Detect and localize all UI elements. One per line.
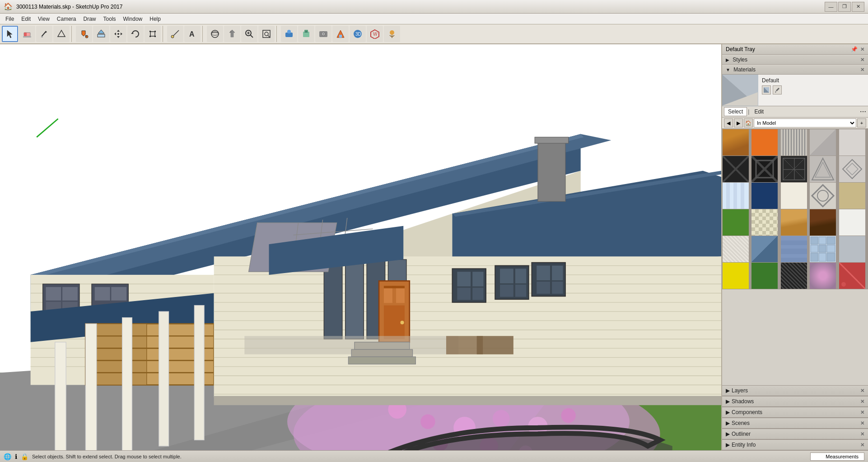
styles-close-icon[interactable]: ✕ bbox=[860, 57, 864, 63]
select-tool[interactable] bbox=[2, 26, 18, 42]
mat-back-button[interactable]: ◀ bbox=[724, 118, 733, 127]
menu-tools[interactable]: Tools bbox=[100, 15, 120, 23]
material-cell[interactable] bbox=[781, 129, 807, 156]
paint-tool[interactable] bbox=[76, 26, 92, 42]
tab-select[interactable]: Select bbox=[724, 107, 747, 116]
menu-draw[interactable]: Draw bbox=[80, 15, 100, 23]
ext5-tool[interactable]: 3D bbox=[350, 26, 366, 42]
materials-dropdown[interactable]: In Model Colors Brick and Cladding Groun… bbox=[754, 118, 856, 127]
components-close-icon[interactable]: ✕ bbox=[860, 410, 864, 415]
measurements-box[interactable]: Measurements bbox=[810, 453, 864, 461]
menu-window[interactable]: Window bbox=[120, 15, 146, 23]
eraser-tool[interactable] bbox=[19, 26, 35, 42]
material-cell[interactable] bbox=[781, 156, 807, 182]
layers-section-header[interactable]: ▶ Layers ✕ bbox=[722, 385, 868, 396]
pencil-tool[interactable] bbox=[36, 26, 52, 42]
menu-view[interactable]: View bbox=[34, 15, 53, 23]
pan-tool[interactable] bbox=[224, 26, 240, 42]
material-cell[interactable] bbox=[810, 156, 836, 182]
material-cell[interactable] bbox=[723, 236, 749, 262]
entity-info-close-icon[interactable]: ✕ bbox=[860, 442, 864, 448]
tray-pin-icon[interactable]: 📌 bbox=[851, 46, 858, 52]
material-cell[interactable] bbox=[839, 183, 865, 209]
svg-marker-6 bbox=[58, 30, 65, 37]
tape-tool[interactable] bbox=[167, 26, 183, 42]
text-tool[interactable]: A bbox=[184, 26, 201, 42]
svg-marker-16 bbox=[131, 33, 134, 34]
material-cell[interactable] bbox=[810, 263, 836, 289]
materials-close-icon[interactable]: ✕ bbox=[860, 67, 864, 73]
styles-label: Styles bbox=[733, 57, 747, 63]
material-cell[interactable] bbox=[810, 129, 836, 156]
title-text: 3000113 Materials.skp - SketchUp Pro 201… bbox=[16, 4, 122, 10]
material-cell[interactable] bbox=[810, 183, 836, 209]
entity-info-section-header[interactable]: ▶ Entity Info ✕ bbox=[722, 439, 868, 450]
zoom-extent-tool[interactable] bbox=[258, 26, 275, 42]
components-section-header[interactable]: ▶ Components ✕ bbox=[722, 407, 868, 418]
menu-help[interactable]: Help bbox=[146, 15, 164, 23]
scenes-close-icon[interactable]: ✕ bbox=[860, 420, 864, 426]
ext3-tool[interactable] bbox=[315, 26, 331, 42]
mat-forward-button[interactable]: ▶ bbox=[734, 118, 743, 127]
tab-edit[interactable]: Edit bbox=[750, 107, 768, 116]
material-cell[interactable] bbox=[751, 183, 778, 209]
maximize-button[interactable]: ❐ bbox=[838, 2, 851, 12]
zoom-tool[interactable] bbox=[241, 26, 257, 42]
material-cell[interactable] bbox=[723, 129, 749, 156]
pushpull-tool[interactable] bbox=[93, 26, 109, 42]
outliner-section-header[interactable]: ▶ Outliner ✕ bbox=[722, 429, 868, 439]
material-cell[interactable] bbox=[751, 236, 778, 262]
ext7-tool[interactable] bbox=[384, 26, 400, 42]
svg-line-34 bbox=[268, 35, 270, 37]
viewport[interactable] bbox=[0, 44, 721, 450]
shadows-close-icon[interactable]: ✕ bbox=[860, 399, 864, 405]
material-cell[interactable] bbox=[839, 236, 865, 262]
mat-new-button[interactable]: + bbox=[857, 118, 866, 127]
menu-file[interactable]: File bbox=[2, 15, 18, 23]
material-cell[interactable] bbox=[781, 263, 807, 289]
rotate-tool[interactable] bbox=[127, 26, 144, 42]
material-cell[interactable] bbox=[723, 183, 749, 209]
material-cell[interactable] bbox=[810, 236, 836, 262]
move-tool[interactable] bbox=[110, 26, 126, 42]
material-cell[interactable] bbox=[781, 236, 807, 262]
material-cell[interactable] bbox=[751, 129, 778, 156]
styles-section-header[interactable]: ▶ Styles ✕ bbox=[722, 55, 868, 65]
ext2-tool[interactable] bbox=[298, 26, 314, 42]
material-cell[interactable] bbox=[751, 263, 778, 289]
material-cell[interactable] bbox=[751, 209, 778, 236]
material-dropper-button[interactable] bbox=[773, 85, 782, 94]
material-cell[interactable] bbox=[839, 263, 865, 289]
mat-options-icon[interactable]: ⋯ bbox=[860, 108, 866, 115]
svg-rect-20 bbox=[149, 36, 151, 37]
ext4-tool[interactable] bbox=[332, 26, 349, 42]
orbit-tool[interactable] bbox=[207, 26, 223, 42]
material-cell[interactable] bbox=[810, 209, 836, 236]
scale-tool[interactable] bbox=[145, 26, 161, 42]
ext1-tool[interactable] bbox=[281, 26, 297, 42]
menu-camera[interactable]: Camera bbox=[53, 15, 80, 23]
outliner-label: Outliner bbox=[732, 431, 751, 437]
shadows-section-header[interactable]: ▶ Shadows ✕ bbox=[722, 396, 868, 407]
material-cell[interactable] bbox=[723, 263, 749, 289]
scenes-section-header[interactable]: ▶ Scenes ✕ bbox=[722, 418, 868, 429]
material-cell[interactable] bbox=[839, 209, 865, 236]
material-cell[interactable] bbox=[839, 156, 865, 182]
menu-edit[interactable]: Edit bbox=[18, 15, 34, 23]
materials-section-header[interactable]: ▼ Materials ✕ bbox=[722, 65, 868, 75]
material-cell[interactable] bbox=[781, 183, 807, 209]
material-cell[interactable] bbox=[723, 156, 749, 182]
ext6-tool[interactable]: W bbox=[367, 26, 383, 42]
material-cell[interactable] bbox=[723, 209, 749, 236]
material-cell[interactable] bbox=[839, 129, 865, 156]
tray-close-icon[interactable]: ✕ bbox=[860, 47, 864, 52]
material-cell[interactable] bbox=[751, 156, 778, 182]
close-button[interactable]: ✕ bbox=[852, 2, 864, 12]
outliner-close-icon[interactable]: ✕ bbox=[860, 431, 864, 437]
material-sample-button[interactable] bbox=[762, 85, 771, 94]
material-cell[interactable] bbox=[781, 209, 807, 236]
layers-close-icon[interactable]: ✕ bbox=[860, 388, 864, 394]
mat-home-button[interactable]: 🏠 bbox=[744, 118, 753, 127]
minimize-button[interactable]: — bbox=[825, 2, 837, 12]
shapes-tool[interactable] bbox=[53, 26, 70, 42]
